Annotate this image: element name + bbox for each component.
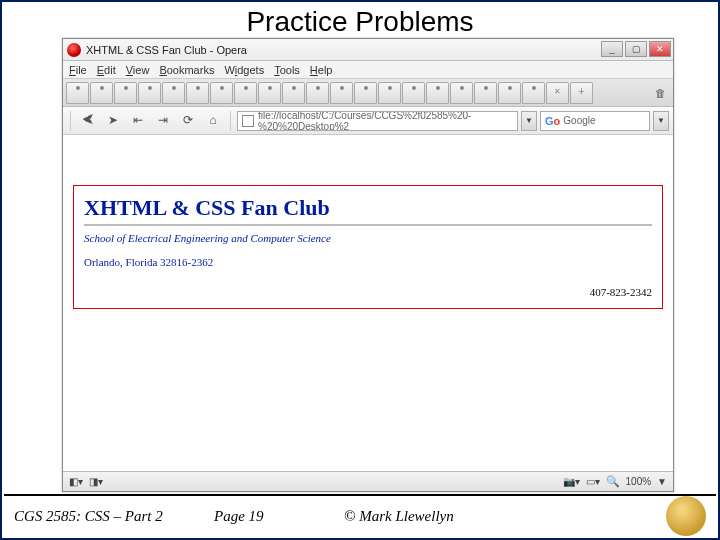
forward-button[interactable]: ➤ bbox=[102, 110, 124, 132]
menu-view[interactable]: View bbox=[126, 64, 150, 76]
home-button[interactable]: ⌂ bbox=[202, 110, 224, 132]
slide-title: Practice Problems bbox=[2, 2, 718, 40]
window-title: XHTML & CSS Fan Club - Opera bbox=[86, 44, 247, 56]
url-text: file://localhost/C:/Courses/CCGS%2f02585… bbox=[258, 111, 513, 131]
fastforward-button[interactable]: ⇥ bbox=[152, 110, 174, 132]
page-icon bbox=[242, 115, 254, 127]
separator bbox=[230, 111, 231, 131]
new-tab-button[interactable] bbox=[570, 82, 593, 104]
zoom-dropdown[interactable]: ▼ bbox=[657, 476, 667, 487]
tab[interactable] bbox=[258, 82, 281, 104]
tab[interactable] bbox=[66, 82, 89, 104]
footer-copyright: © Mark Llewellyn bbox=[344, 508, 666, 525]
menu-edit[interactable]: Edit bbox=[97, 64, 116, 76]
tab[interactable] bbox=[522, 82, 545, 104]
menu-widgets[interactable]: Widgets bbox=[224, 64, 264, 76]
maximize-button[interactable]: ▢ bbox=[625, 41, 647, 57]
menu-help[interactable]: Help bbox=[310, 64, 333, 76]
tab[interactable] bbox=[114, 82, 137, 104]
search-box[interactable]: Go Google bbox=[540, 111, 650, 131]
fit-icon[interactable]: ▭▾ bbox=[586, 476, 600, 487]
close-button[interactable]: ✕ bbox=[649, 41, 671, 57]
menu-tools[interactable]: Tools bbox=[274, 64, 300, 76]
minimize-button[interactable]: _ bbox=[601, 41, 623, 57]
tab[interactable] bbox=[402, 82, 425, 104]
zoom-icon[interactable]: 🔍 bbox=[606, 475, 620, 488]
back-button[interactable]: ⮜ bbox=[77, 110, 99, 132]
view-icon[interactable]: 📷▾ bbox=[563, 476, 580, 487]
window-controls: _ ▢ ✕ bbox=[601, 41, 671, 57]
search-dropdown[interactable]: ▼ bbox=[653, 111, 669, 131]
google-icon: Go bbox=[545, 115, 560, 127]
content-box: XHTML & CSS Fan Club School of Electrica… bbox=[73, 185, 663, 309]
page-content: XHTML & CSS Fan Club School of Electrica… bbox=[63, 135, 673, 471]
url-dropdown[interactable]: ▼ bbox=[521, 111, 537, 131]
search-placeholder: Google bbox=[563, 115, 595, 126]
slide-container: Practice Problems XHTML & CSS Fan Club -… bbox=[0, 0, 720, 540]
slide-footer: CGS 2585: CSS – Part 2 Page 19 © Mark Ll… bbox=[4, 494, 716, 536]
tab[interactable] bbox=[474, 82, 497, 104]
status-icon: ◧▾ bbox=[69, 476, 83, 487]
page-heading: XHTML & CSS Fan Club bbox=[84, 192, 652, 226]
separator bbox=[70, 111, 71, 131]
menubar: File Edit View Bookmarks Widgets Tools H… bbox=[63, 61, 673, 79]
tab[interactable] bbox=[354, 82, 377, 104]
address: Orlando, Florida 32816-2362 bbox=[84, 256, 652, 268]
tab[interactable] bbox=[498, 82, 521, 104]
address-bar[interactable]: file://localhost/C:/Courses/CCGS%2f02585… bbox=[237, 111, 518, 131]
tab-close[interactable] bbox=[546, 82, 569, 104]
tab[interactable] bbox=[330, 82, 353, 104]
phone: 407-823-2342 bbox=[84, 286, 652, 298]
trash-icon[interactable]: 🗑 bbox=[650, 83, 670, 103]
titlebar: XHTML & CSS Fan Club - Opera _ ▢ ✕ bbox=[63, 39, 673, 61]
menu-file[interactable]: File bbox=[69, 64, 87, 76]
school-name: School of Electrical Engineering and Com… bbox=[84, 232, 652, 244]
tab[interactable] bbox=[162, 82, 185, 104]
tab[interactable] bbox=[234, 82, 257, 104]
status-icon: ◨▾ bbox=[89, 476, 103, 487]
tab[interactable] bbox=[90, 82, 113, 104]
statusbar: ◧▾ ◨▾ 📷▾ ▭▾ 🔍 100% ▼ bbox=[63, 471, 673, 491]
tab[interactable] bbox=[426, 82, 449, 104]
browser-window: XHTML & CSS Fan Club - Opera _ ▢ ✕ File … bbox=[62, 38, 674, 492]
tab[interactable] bbox=[282, 82, 305, 104]
tab[interactable] bbox=[210, 82, 233, 104]
tab[interactable] bbox=[450, 82, 473, 104]
tab[interactable] bbox=[378, 82, 401, 104]
tab[interactable] bbox=[138, 82, 161, 104]
navigation-toolbar: ⮜ ➤ ⇤ ⇥ ⟳ ⌂ file://localhost/C:/Courses/… bbox=[63, 107, 673, 135]
footer-page: Page 19 bbox=[214, 508, 344, 525]
footer-course: CGS 2585: CSS – Part 2 bbox=[14, 508, 214, 525]
rewind-button[interactable]: ⇤ bbox=[127, 110, 149, 132]
ucf-logo bbox=[666, 496, 706, 536]
opera-icon bbox=[67, 43, 81, 57]
zoom-level: 100% bbox=[626, 476, 652, 487]
tab[interactable] bbox=[306, 82, 329, 104]
menu-bookmarks[interactable]: Bookmarks bbox=[159, 64, 214, 76]
reload-button[interactable]: ⟳ bbox=[177, 110, 199, 132]
tab[interactable] bbox=[186, 82, 209, 104]
tabstrip: 🗑 bbox=[63, 79, 673, 107]
